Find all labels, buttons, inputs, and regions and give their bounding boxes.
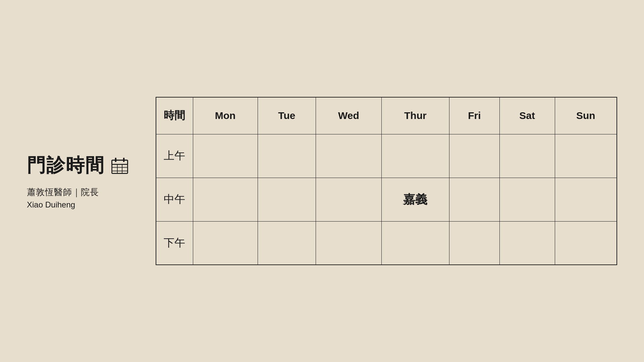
- slot-noon-thur: 嘉義: [381, 178, 449, 221]
- page-title: 門診時間: [27, 153, 105, 178]
- left-panel: 門診時間: [27, 153, 129, 209]
- slot-noon-tue: [258, 178, 316, 221]
- slot-morning-thur: [381, 134, 449, 178]
- time-afternoon: 下午: [156, 221, 193, 265]
- slot-afternoon-wed: [316, 221, 381, 265]
- slot-noon-sun: [555, 178, 617, 221]
- calendar-icon-wrapper: [111, 157, 129, 175]
- header-mon: Mon: [193, 97, 258, 134]
- slot-morning-fri: [449, 134, 499, 178]
- header-tue: Tue: [258, 97, 316, 134]
- svg-rect-2: [115, 158, 117, 162]
- title-row: 門診時間: [27, 153, 129, 178]
- page-container: 門診時間: [0, 0, 644, 362]
- calendar-icon: [111, 157, 129, 175]
- header-fri: Fri: [449, 97, 499, 134]
- time-morning: 上午: [156, 134, 193, 178]
- svg-rect-1: [112, 160, 128, 164]
- schedule-table-wrapper: 時間 Mon Tue Wed Thur Fri Sat Sun 上午: [156, 97, 617, 265]
- slot-afternoon-fri: [449, 221, 499, 265]
- doctor-name-en: Xiao Duiheng: [27, 200, 129, 209]
- time-header: 時間: [156, 97, 193, 134]
- table-row-noon: 中午 嘉義: [156, 178, 617, 221]
- slot-afternoon-thur: [381, 221, 449, 265]
- svg-rect-0: [112, 160, 128, 173]
- slot-noon-fri: [449, 178, 499, 221]
- svg-rect-3: [123, 158, 125, 162]
- table-row-morning: 上午: [156, 134, 617, 178]
- table-header-row: 時間 Mon Tue Wed Thur Fri Sat Sun: [156, 97, 617, 134]
- doctor-name-cn: 蕭敦恆醫師｜院長: [27, 186, 129, 198]
- slot-noon-wed: [316, 178, 381, 221]
- time-noon: 中午: [156, 178, 193, 221]
- header-thur: Thur: [381, 97, 449, 134]
- slot-afternoon-sat: [499, 221, 555, 265]
- slot-afternoon-tue: [258, 221, 316, 265]
- slot-morning-sun: [555, 134, 617, 178]
- slot-noon-sat: [499, 178, 555, 221]
- table-row-afternoon: 下午: [156, 221, 617, 265]
- slot-morning-tue: [258, 134, 316, 178]
- schedule-table: 時間 Mon Tue Wed Thur Fri Sat Sun 上午: [156, 97, 617, 265]
- slot-morning-sat: [499, 134, 555, 178]
- slot-afternoon-mon: [193, 221, 258, 265]
- header-sun: Sun: [555, 97, 617, 134]
- slot-noon-mon: [193, 178, 258, 221]
- slot-morning-wed: [316, 134, 381, 178]
- slot-afternoon-sun: [555, 221, 617, 265]
- slot-morning-mon: [193, 134, 258, 178]
- header-sat: Sat: [499, 97, 555, 134]
- header-wed: Wed: [316, 97, 381, 134]
- doctor-info: 蕭敦恆醫師｜院長 Xiao Duiheng: [27, 186, 129, 209]
